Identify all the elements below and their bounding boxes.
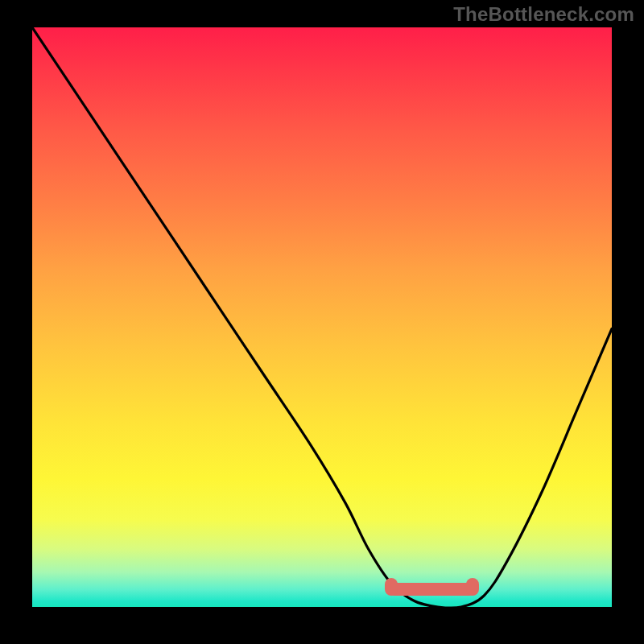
plot-area bbox=[32, 27, 612, 607]
optimal-range-right-handle bbox=[466, 578, 479, 596]
watermark-text: TheBottleneck.com bbox=[453, 3, 634, 26]
optimal-range-band bbox=[388, 583, 476, 596]
bottleneck-curve bbox=[32, 27, 612, 607]
optimal-range-left-handle bbox=[385, 578, 398, 596]
chart-frame: TheBottleneck.com bbox=[0, 0, 644, 644]
